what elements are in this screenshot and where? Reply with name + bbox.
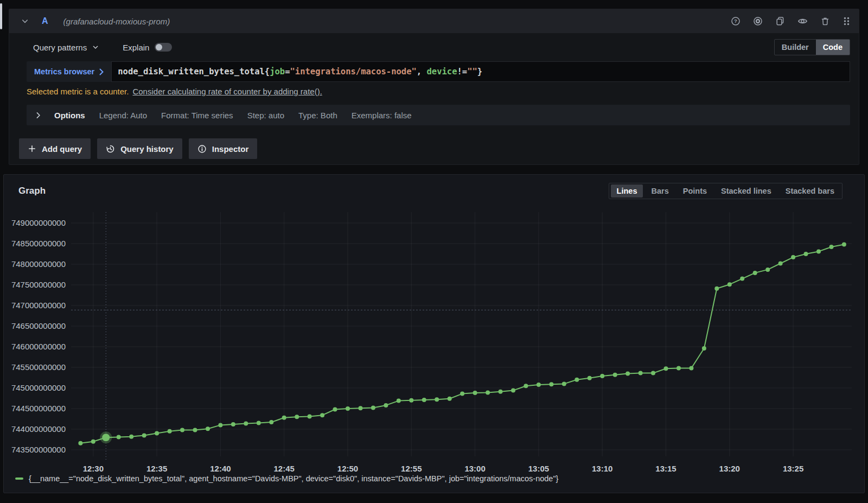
data-point[interactable] [689, 366, 693, 371]
data-point[interactable] [78, 441, 82, 445]
data-point[interactable] [282, 416, 286, 420]
data-point[interactable] [778, 262, 783, 266]
data-point[interactable] [664, 366, 668, 371]
data-point[interactable] [676, 366, 681, 371]
data-point[interactable] [562, 381, 566, 386]
y-axis-tick-label: 746000000000 [11, 342, 66, 351]
data-point[interactable] [117, 435, 121, 439]
data-point[interactable] [448, 397, 452, 401]
help-icon[interactable]: ? [731, 16, 741, 26]
legend-series-color [15, 477, 23, 480]
graph-style-option-points[interactable]: Points [677, 184, 713, 198]
data-point[interactable] [295, 415, 299, 419]
data-point[interactable] [206, 426, 210, 431]
data-point[interactable] [244, 421, 248, 425]
inspector-button[interactable]: Inspector [189, 138, 258, 159]
data-point[interactable] [511, 389, 515, 393]
explain-toggle[interactable] [155, 43, 172, 52]
warning-text: Selected metric is a counter. [27, 87, 129, 96]
data-point[interactable] [218, 423, 222, 427]
data-point[interactable] [791, 255, 795, 259]
scrollbar-thumb[interactable] [0, 3, 2, 29]
metrics-browser-button[interactable]: Metrics browser [27, 61, 111, 82]
data-point[interactable] [702, 346, 706, 351]
query-row-header[interactable]: A (grafanacloud-moxious-prom) ? [9, 9, 859, 33]
graph-panel: Graph LinesBarsPointsStacked linesStacke… [3, 174, 865, 493]
drag-handle-icon[interactable] [843, 16, 850, 26]
data-point[interactable] [549, 382, 553, 386]
data-point[interactable] [651, 371, 655, 375]
data-point[interactable] [816, 249, 821, 253]
data-point[interactable] [600, 374, 604, 378]
hover-point[interactable] [102, 434, 110, 441]
data-point[interactable] [499, 390, 503, 394]
data-point[interactable] [473, 391, 477, 395]
query-patterns-dropdown[interactable]: Query patterns [33, 43, 99, 52]
data-point[interactable] [537, 383, 541, 387]
data-point[interactable] [129, 435, 133, 439]
timeseries-chart[interactable]: 7435000000007440000000007445000000007450… [4, 175, 865, 494]
data-point[interactable] [384, 403, 388, 408]
mode-option-code[interactable]: Code [816, 40, 850, 55]
y-axis-tick-label: 748000000000 [11, 259, 66, 269]
data-point[interactable] [155, 431, 159, 436]
promql-query-input[interactable]: node_disk_written_bytes_total{job="integ… [111, 61, 850, 82]
data-point[interactable] [308, 414, 312, 418]
add-rate-link[interactable]: Consider calculating rate of counter by … [132, 87, 322, 96]
data-point[interactable] [575, 378, 579, 382]
data-point[interactable] [740, 277, 744, 281]
data-point[interactable] [639, 371, 643, 375]
data-point[interactable] [359, 406, 363, 410]
data-point[interactable] [486, 390, 490, 394]
data-point[interactable] [91, 440, 95, 444]
data-point[interactable] [524, 384, 528, 388]
data-point[interactable] [460, 392, 464, 396]
data-point[interactable] [269, 420, 273, 424]
data-point[interactable] [435, 397, 439, 402]
copy-icon[interactable] [775, 16, 785, 26]
graph-style-option-stacked-bars[interactable]: Stacked bars [780, 184, 840, 198]
data-point[interactable] [804, 252, 808, 256]
query-segment-string: "integrations/macos-node" [290, 67, 417, 77]
data-point[interactable] [714, 286, 719, 291]
data-point[interactable] [765, 268, 770, 272]
graph-style-option-stacked-lines[interactable]: Stacked lines [715, 184, 777, 198]
data-point[interactable] [409, 398, 413, 403]
data-point[interactable] [180, 428, 184, 432]
chevron-right-icon [34, 111, 42, 119]
x-axis-tick-label: 12:50 [337, 464, 358, 473]
add-query-button[interactable]: Add query [19, 138, 91, 159]
data-point[interactable] [257, 421, 261, 425]
graph-style-option-bars[interactable]: Bars [645, 184, 674, 198]
data-point[interactable] [397, 399, 401, 403]
y-axis-tick-label: 744000000000 [11, 424, 66, 434]
data-point[interactable] [753, 271, 757, 275]
data-point[interactable] [727, 282, 732, 286]
data-point[interactable] [588, 376, 592, 380]
eye-icon[interactable] [797, 16, 808, 26]
trash-icon[interactable] [820, 16, 830, 26]
data-point[interactable] [320, 413, 324, 417]
data-point[interactable] [346, 406, 350, 411]
options-collapsed-row[interactable]: Options Legend: AutoFormat: Time seriesS… [27, 105, 850, 125]
data-point[interactable] [626, 371, 630, 375]
query-history-button[interactable]: Query history [97, 138, 182, 159]
data-point[interactable] [422, 398, 426, 402]
chevron-down-icon[interactable] [21, 17, 29, 25]
graph-style-option-lines[interactable]: Lines [611, 184, 643, 198]
data-point[interactable] [142, 433, 146, 437]
query-segment-plain: != [457, 67, 468, 77]
mode-option-builder[interactable]: Builder [775, 40, 816, 55]
data-point[interactable] [231, 422, 235, 426]
x-axis-tick-label: 13:20 [719, 464, 740, 473]
data-point[interactable] [371, 406, 375, 410]
legend-series-label[interactable]: {__name__="node_disk_written_bytes_total… [29, 474, 558, 483]
data-point[interactable] [193, 428, 197, 432]
chevron-right-icon [99, 68, 104, 75]
data-point[interactable] [842, 243, 846, 247]
data-point[interactable] [829, 245, 834, 249]
data-point[interactable] [613, 373, 617, 377]
record-icon[interactable] [753, 16, 763, 26]
data-point[interactable] [168, 429, 172, 434]
data-point[interactable] [333, 408, 337, 412]
